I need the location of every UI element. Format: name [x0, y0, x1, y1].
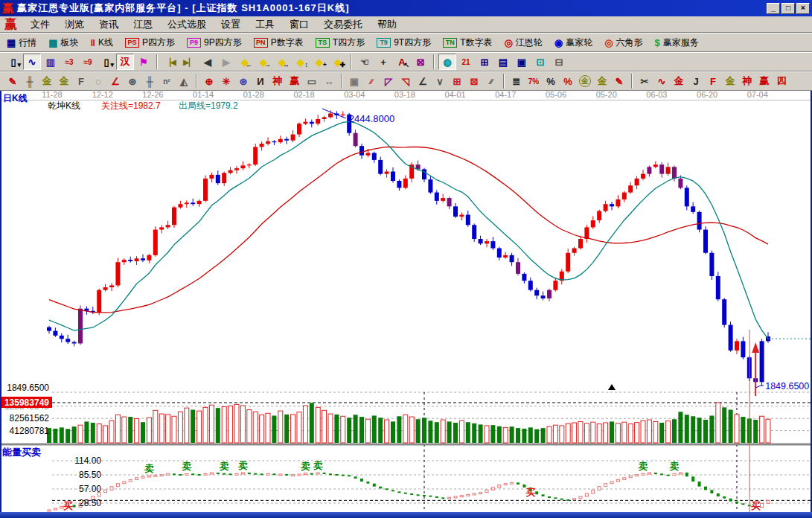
han-button[interactable]: 汉	[116, 54, 134, 70]
prev-page-button[interactable]: ◀	[199, 54, 217, 70]
spiderweb-button[interactable]: ⊛	[235, 73, 252, 89]
spiral-button[interactable]: ◌	[90, 73, 106, 89]
knife-button[interactable]: ✂	[636, 73, 653, 89]
tick-ruler-button[interactable]: ╫	[141, 73, 158, 89]
period-dropdown-button[interactable]: ▯▾	[4, 54, 22, 70]
si-angle-button[interactable]: 四	[773, 73, 790, 89]
pan-hand-button[interactable]: ☜	[356, 54, 374, 70]
calendar-button[interactable]: 21	[457, 54, 475, 70]
wheel-small-button[interactable]: ⊛	[124, 73, 141, 89]
p9-square-button[interactable]: P99P四方形	[185, 36, 244, 50]
notes-button[interactable]: ▤	[494, 54, 512, 70]
zoom-right-button[interactable]: ◆→	[255, 54, 272, 70]
target-circle-button[interactable]: ⊕	[201, 73, 217, 89]
t-number-button[interactable]: TNT数字表	[441, 36, 494, 50]
span-arrow-button[interactable]: ↔	[321, 73, 337, 89]
ying-angle-button[interactable]: 赢	[756, 73, 773, 89]
sectors-button[interactable]: ▩板块	[46, 36, 80, 50]
f-grid-button[interactable]: F	[73, 73, 89, 89]
gold-line-button[interactable]: 金	[594, 73, 610, 89]
gold-grid-1-button[interactable]: 金	[39, 73, 55, 89]
zoom-v-button[interactable]: ◆↕	[292, 54, 310, 70]
crosshair-button[interactable]: +	[374, 54, 392, 70]
clipboard-button[interactable]: ▥	[42, 54, 60, 70]
kline-button[interactable]: ‖K线	[89, 36, 115, 50]
wave-9-button[interactable]: ≈9	[79, 54, 97, 70]
save-button[interactable]: ▣	[513, 54, 531, 70]
fan-lines-button[interactable]: ∕∕	[363, 73, 380, 89]
next-page-button[interactable]: ▶	[217, 54, 235, 70]
percent-button[interactable]: %	[543, 73, 559, 89]
shen-angle-button[interactable]: 神	[739, 73, 755, 89]
gold-angle-button[interactable]: 金	[671, 73, 687, 89]
menu-item-file[interactable]: 文件	[23, 16, 57, 33]
p-number-button[interactable]: PNP数字表	[252, 36, 306, 50]
percent-line-button[interactable]: %	[560, 73, 576, 89]
quotes-button[interactable]: ▦行情	[4, 36, 39, 50]
radiate-button[interactable]: ◹	[397, 73, 414, 89]
zoom-all-button[interactable]: ◆✚	[329, 54, 347, 70]
zigzag-button[interactable]: И	[252, 73, 269, 89]
percent-slope-button[interactable]: 7%	[525, 73, 542, 89]
draw-pencil-button[interactable]: ✎	[4, 73, 21, 89]
v-dash-button[interactable]: ∨	[432, 73, 448, 89]
ying-grid-button[interactable]: 赢	[287, 73, 303, 89]
calculator-button[interactable]: ⊞	[476, 54, 493, 70]
f-angle-button[interactable]: F	[705, 73, 721, 89]
menu-item-info[interactable]: 资讯	[92, 16, 126, 33]
menu-item-browse[interactable]: 浏览	[57, 16, 92, 33]
zoom-left-button[interactable]: ◆←	[236, 54, 254, 70]
gold-circle-button[interactable]: 金	[577, 73, 593, 89]
close-button[interactable]: ×	[796, 3, 810, 14]
compress-chart-button[interactable]: ∿	[23, 54, 41, 70]
annotate-button[interactable]: A↖	[393, 54, 411, 70]
starburst-button[interactable]: ✳	[218, 73, 234, 89]
network-button[interactable]: ⊡	[531, 54, 549, 70]
menu-item-tools[interactable]: 工具	[248, 16, 282, 33]
maximize-button[interactable]: □	[781, 3, 795, 14]
gann-wheel-button[interactable]: ◎江恩轮	[502, 36, 545, 50]
gold-grid-2-button[interactable]: 金	[56, 73, 72, 89]
chart-region[interactable]: 11-2812-1212-2601-1401-2802-1803-0403-18…	[0, 91, 812, 512]
winner-service-button[interactable]: $赢家服务	[653, 36, 701, 50]
zoom-in-button[interactable]: ◆+	[310, 54, 328, 70]
zoom-h-button[interactable]: ◆↔	[273, 54, 291, 70]
menu-item-gann[interactable]: 江恩	[126, 16, 160, 33]
winner-wheel-button[interactable]: ◉赢家轮	[552, 36, 595, 50]
menu-item-settings[interactable]: 设置	[214, 16, 248, 33]
angle-pencil-button[interactable]: ∠	[107, 73, 124, 89]
minimize-button[interactable]: _	[767, 3, 780, 14]
wave-line-button[interactable]: ∿	[653, 73, 670, 89]
hexagon-button[interactable]: ◎六角形	[602, 36, 645, 50]
p-square-button[interactable]: PSP四方形	[123, 36, 177, 50]
square-fan-button[interactable]: ◸	[380, 73, 397, 89]
gann-grid-button[interactable]: ╫	[22, 73, 38, 89]
select-box-button[interactable]: ▣	[346, 73, 362, 89]
wave-3-button[interactable]: ≈3	[60, 54, 78, 70]
title-bar[interactable]: 赢 赢家江恩专业版[赢家内部服务平台] - [上证指数 SH1A0001-167…	[0, 0, 812, 16]
candle-style-button[interactable]: ▯▾	[97, 54, 115, 70]
t-square-button[interactable]: TST四方形	[313, 36, 367, 50]
flag-button[interactable]: ⚑	[135, 54, 153, 70]
parallel-button[interactable]: ∕∕	[483, 73, 499, 89]
last-page-button[interactable]: ▶▏	[180, 54, 198, 70]
gold2-angle-button[interactable]: 金	[722, 73, 738, 89]
candle-pencil-button[interactable]: ✎	[611, 73, 627, 89]
menu-item-trade[interactable]: 交易委托	[316, 16, 370, 33]
shen-grid-button[interactable]: 神	[269, 73, 286, 89]
angle-draw-button[interactable]: ∠	[415, 73, 431, 89]
ladder-button[interactable]: ≣	[508, 73, 525, 89]
protractor-button[interactable]: ◭	[176, 73, 192, 89]
n2-button[interactable]: n²	[159, 73, 175, 89]
red-grid-button[interactable]: ⊞	[449, 73, 465, 89]
overview-button[interactable]: ◍	[438, 54, 456, 70]
first-page-button[interactable]: ▕◀	[162, 54, 179, 70]
menu-item-formula-pick[interactable]: 公式选股	[160, 16, 214, 33]
menu-item-window[interactable]: 窗口	[282, 16, 316, 33]
ruler-123-button[interactable]: ▭	[304, 73, 320, 89]
grid-net-button[interactable]: ⊠	[412, 54, 429, 70]
t9-square-button[interactable]: T99T四方形	[374, 36, 433, 50]
j-angle-button[interactable]: J	[688, 73, 704, 89]
menu-item-help[interactable]: 帮助	[370, 16, 404, 33]
grid-arrow-button[interactable]: ⊠	[466, 73, 482, 89]
